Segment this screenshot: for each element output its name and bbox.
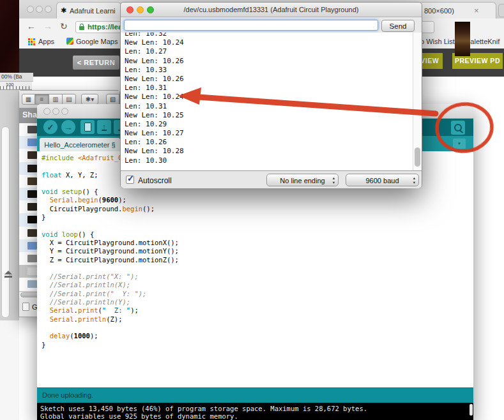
serial-output-line: Len: 10.30 [125,156,184,165]
serial-output-area[interactable]: Len: 10.32New Len: 10.24Len: 10.27New Le… [121,33,413,170]
file-thumbnail-icon [27,190,37,198]
serial-output-line: New Len: 10.24 [125,93,184,101]
send-button[interactable]: Send [381,20,415,32]
code-line: //Serial.print("X: "); [42,273,179,281]
vertical-scrollbar[interactable] [1,126,10,318]
serial-output-line: Len: 10.32 [125,33,184,38]
browser-tab-title: Adafruit Learni [70,7,119,15]
bookmark-wish-list[interactable]: o Wish List [420,38,455,45]
checkmark-icon: ✓ [127,174,134,183]
console-scrollbar[interactable] [470,404,473,416]
code-line: void setup() { [42,188,179,196]
image-canvas-fragment [0,0,19,73]
dropdown-arrows-icon: ▴▾ [333,176,335,184]
code-line: Serial.print(" Z: "); [42,306,179,315]
tab-menu-button[interactable]: ▼ [453,139,466,149]
console-line: Global variables use 925 bytes of dynami… [37,412,473,420]
ide-status-bar: Done uploading. [37,387,473,403]
baud-rate-dropdown[interactable]: 9600 baud ▴▾ [346,174,419,186]
serial-monitor-bottom-bar: ✓ Autoscroll No line ending ▴▾ 9600 baud… [121,170,422,188]
bookmark-paletteknife[interactable]: PaletteKnif [466,38,500,45]
ide-zoom-button[interactable] [61,108,68,115]
list-view-button[interactable]: ≡ [34,94,49,105]
serial-monitor-button[interactable] [451,121,465,135]
serial-output-line: Len: 10.29 [125,120,184,129]
back-icon[interactable]: ← [27,21,36,31]
file-thumbnail-icon [27,139,37,146]
coverflow-view-button[interactable]: ▤ [62,94,76,105]
file-thumbnail-icon [27,216,37,223]
code-line [42,264,179,273]
return-button[interactable]: < RETURN [73,56,119,70]
serial-input-field[interactable] [124,20,378,31]
action-menu-button[interactable]: ✱▾ [81,94,98,105]
desktop: ✱ Adafruit Learni 800×600) × ← → ↻ https… [0,0,504,420]
code-line: Serial.println(Z); [42,315,179,324]
ruler: 100 [0,82,32,90]
bookmark-apps[interactable]: Apps [38,38,54,45]
dropdown-value: 9600 baud [366,177,399,184]
code-line: Serial.begin(9600); [42,196,179,204]
file-thumbnail-icon [27,203,37,211]
autoscroll-checkbox[interactable]: ✓ [126,176,134,184]
serial-output-line: Len: 10.27 [125,47,184,56]
file-thumbnail-icon [27,255,37,262]
url-text: https://lea [88,23,122,31]
background-editor-window: 00% (Ba 100 [0,0,19,420]
browser-tab-second[interactable]: 800×600) × [418,2,496,19]
ruler-ticks [0,86,32,89]
browser-minimize-button[interactable] [36,6,43,13]
https-lock-icon [79,26,84,30]
bookmark-google-maps[interactable]: Google Maps [76,38,118,45]
code-line: X = CircuitPlayground.motionX(); [42,239,179,247]
browser-tab-adafruit[interactable]: ✱ Adafruit Learni [56,2,121,19]
tab-close-icon[interactable]: × [474,6,479,15]
autoscroll-label: Autoscroll [138,176,172,185]
page-image-strip [455,22,470,56]
code-line: } [42,213,179,221]
new-tab-button[interactable] [498,4,504,17]
dropdown-value: No line ending [280,177,325,184]
dropdown-arrows-icon: ▴▾ [413,176,415,184]
window-title: /dev/cu.usbmodemfd13331 (Adafruit Circui… [121,6,422,13]
forward-icon[interactable]: → [43,21,52,31]
upload-button[interactable]: → [61,120,75,134]
code-line: delay(1000); [42,332,179,340]
code-line: } [42,341,179,349]
apps-grid-icon [28,38,30,40]
ide-close-button[interactable] [43,108,50,115]
reload-icon[interactable]: ↻ [60,21,68,31]
open-icon: ↑ [102,123,107,131]
serial-monitor-title-bar[interactable]: /dev/cu.usbmodemfd13331 (Adafruit Circui… [121,3,422,17]
open-sketch-button[interactable]: ↑ [97,120,111,134]
line-ending-dropdown[interactable]: No line ending ▴▾ [266,174,339,186]
zoom-status-text: 00% (Ba [0,73,33,82]
browser-close-button[interactable] [27,6,34,13]
icon-view-button[interactable]: ▦ [22,94,35,105]
browser-zoom-button[interactable] [45,6,52,13]
google-maps-icon [66,38,73,45]
file-thumbnail-icon [27,165,37,172]
serial-output-line: New Len: 10.26 [125,57,184,66]
new-sketch-button[interactable] [80,120,95,134]
serial-output-line: New Len: 10.24 [125,38,184,47]
code-line [42,324,179,332]
code-line [42,221,179,230]
arrange-button[interactable]: ▧ [106,94,119,105]
eject-icon[interactable] [4,271,12,274]
scrollbar-thumb[interactable] [415,147,420,167]
serial-output-line: Len: 10.31 [125,102,184,111]
code-line: Y = CircuitPlayground.motionY(); [42,247,179,255]
column-view-button[interactable]: ▥ [49,94,63,105]
serial-output-line: Len: 10.26 [125,138,184,147]
ide-minimize-button[interactable] [52,108,59,115]
verify-button[interactable]: ✓ [43,120,57,134]
file-thumbnail-icon [27,229,37,237]
browser-tab2-title: 800×600) [424,7,454,15]
sketch-tab[interactable]: Hello_Accelerometer § [40,138,120,151]
serial-scrollbar[interactable] [413,33,422,170]
file-thumbnail-icon [27,267,37,275]
serial-output: Len: 10.32New Len: 10.24Len: 10.27New Le… [125,33,184,165]
serial-monitor-window: /dev/cu.usbmodemfd13331 (Adafruit Circui… [120,2,422,188]
adafruit-favicon-icon: ✱ [61,6,66,15]
